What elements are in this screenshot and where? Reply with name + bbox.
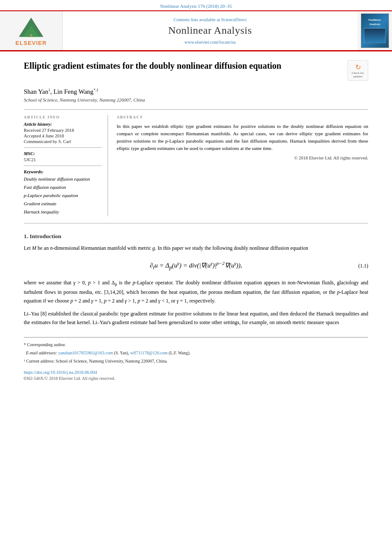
intro-para-1: Let M be an n-dimensional Riemannian man…: [24, 244, 368, 253]
email-1[interactable]: yanshan1017055961@163.com: [58, 350, 113, 355]
email-2[interactable]: wlf711178@126.com: [130, 350, 168, 355]
abstract-heading: Abstract: [117, 115, 368, 119]
copyright-notice: © 2018 Elsevier Ltd. All rights reserved…: [117, 156, 368, 160]
article-info-heading: Article Info: [24, 115, 102, 119]
keyword-5: Harnack inequality: [24, 208, 102, 217]
divider-info-1: [24, 147, 102, 148]
communicated-by: Communicated by S. Carl: [24, 139, 102, 144]
article-title: Elliptic gradient estimates for the doub…: [24, 60, 341, 72]
article-title-area: Elliptic gradient estimates for the doub…: [24, 60, 368, 81]
received-date: Received 27 February 2018: [24, 128, 102, 133]
footnote-corresponding: * Corresponding author.: [24, 341, 368, 348]
divider-1: [24, 109, 368, 110]
cover-image: NonlinearAnalysis: [361, 13, 389, 48]
footnote-current-address: ¹ Current address: School of Science, Na…: [24, 357, 368, 365]
header-area: ELSEVIER Contents lists available at Sci…: [0, 11, 392, 51]
license-line: 0362-546X/© 2018 Elsevier Ltd. All right…: [24, 376, 368, 381]
publisher-logo: ELSEVIER: [0, 11, 63, 50]
keywords-label: Keywords:: [24, 169, 102, 174]
footnotes-area: * Corresponding author. E-mail addresses…: [24, 337, 368, 365]
abstract-column: Abstract In this paper we establish elli…: [117, 115, 368, 216]
abstract-text: In this paper we establish elliptic type…: [117, 123, 368, 152]
journal-cover: NonlinearAnalysis: [357, 11, 392, 50]
keyword-3: p-Laplace parabolic equation: [24, 192, 102, 200]
authors: Shan Yan1, Lin Feng Wang*,1: [24, 88, 368, 96]
msc-value: 53C21: [24, 157, 102, 162]
email-label: E-mail addresses:: [26, 350, 57, 355]
journal-url[interactable]: www.elsevier.com/locate/na: [185, 40, 236, 45]
doi-line[interactable]: https://doi.org/10.1016/j.na.2018.06.004: [24, 370, 368, 375]
email-1-author: (S. Yan),: [114, 350, 129, 355]
equation-number: (1.1): [358, 263, 368, 269]
divider-info-2: [24, 166, 102, 166]
elsevier-wordmark: ELSEVIER: [16, 40, 47, 46]
svg-point-4: [30, 34, 32, 36]
info-abstract-row: Article Info Article history: Received 2…: [24, 115, 368, 216]
intro-para-3: Li–Yau [8] established the classical par…: [24, 310, 368, 327]
main-content: Elliptic gradient estimates for the doub…: [0, 51, 392, 389]
affiliation: School of Science, Nantong University, N…: [24, 97, 368, 102]
elsevier-tree-icon: [10, 16, 53, 38]
contents-availability: Contents lists available at ScienceDirec…: [173, 17, 246, 22]
body-text: Let M be an n-dimensional Riemannian man…: [24, 244, 368, 253]
keyword-1: Doubly nonlinear diffusion equation: [24, 175, 102, 184]
keywords-list: Doubly nonlinear diffusion equation Fast…: [24, 175, 102, 216]
email-2-author: (L.F. Wang).: [169, 350, 190, 355]
page: Nonlinear Analysis 176 (2018) 20–35 ELSE…: [0, 0, 392, 535]
body-text-2: where we assume that γ > 0, p > 1 and Δp…: [24, 279, 368, 327]
journal-title: Nonlinear Analysis: [168, 25, 252, 36]
article-history-label: Article history:: [24, 122, 102, 127]
check-updates-badge[interactable]: ↻ Check for updates: [347, 60, 368, 81]
msc-label: MSC:: [24, 151, 102, 156]
footnote-emails: E-mail addresses: yanshan1017055961@163.…: [24, 349, 368, 357]
keyword-2: Fast diffusion equation: [24, 184, 102, 192]
keyword-4: Gradient estimate: [24, 200, 102, 208]
journal-citation: Nonlinear Analysis 176 (2018) 20–35: [160, 3, 232, 9]
intro-para-2: where we assume that γ > 0, p > 1 and Δp…: [24, 279, 368, 305]
top-bar: Nonlinear Analysis 176 (2018) 20–35: [0, 0, 392, 11]
accepted-date: Accepted 4 June 2018: [24, 134, 102, 138]
equation-content: ∂tu = Δp(uγ) = div(|∇(uγ)|p−2∇(uγ)),: [24, 261, 368, 271]
journal-header-center: Contents lists available at ScienceDirec…: [63, 11, 357, 50]
section-introduction-title: 1. Introduction: [24, 233, 368, 240]
article-info-column: Article Info Article history: Received 2…: [24, 115, 108, 216]
equation-1-1: ∂tu = Δp(uγ) = div(|∇(uγ)|p−2∇(uγ)), (1.…: [24, 261, 368, 271]
divider-2: [24, 223, 368, 223]
sciencedirect-link[interactable]: ScienceDirect: [221, 17, 247, 22]
